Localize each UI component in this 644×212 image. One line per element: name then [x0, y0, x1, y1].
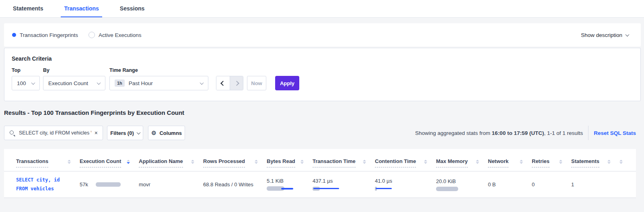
cell-network: 0 B — [488, 181, 532, 188]
filters-button[interactable]: Filters (0) — [107, 126, 143, 140]
top-label: Top — [12, 67, 40, 73]
show-description-toggle[interactable]: Show description — [581, 32, 629, 38]
results-controls: × Filters (0) ⚙ Columns Showing aggregat… — [4, 126, 636, 140]
sort-icon[interactable] — [300, 160, 304, 166]
chevron-down-icon — [136, 130, 140, 135]
search-criteria-title: Search Criteria — [12, 55, 633, 62]
chevron-left-icon — [220, 81, 226, 86]
cell-contention-time: 41.0 µs — [375, 178, 436, 191]
radio-label-active-executions: Active Executions — [99, 32, 142, 38]
sort-icon[interactable] — [619, 160, 623, 166]
radio-selected-icon — [12, 33, 16, 37]
apply-button[interactable]: Apply — [275, 76, 299, 90]
time-range-select[interactable]: 1h Past Hour — [109, 76, 208, 90]
contention-time-bar — [375, 186, 436, 191]
column-header-network[interactable]: Network — [488, 158, 532, 167]
column-header-application-name[interactable]: Application Name — [139, 158, 203, 167]
column-header-transaction-time[interactable]: Transaction Time — [313, 158, 375, 167]
time-range-value: Past Hour — [129, 80, 153, 86]
sort-icon[interactable] — [559, 160, 562, 166]
by-field: By Execution Count — [43, 67, 105, 90]
cell-bytes-read: 5.1 KiB — [267, 178, 313, 191]
sort-icon[interactable] — [68, 160, 71, 166]
radio-active-executions[interactable]: Active Executions — [88, 32, 142, 38]
cell-retries: 0 — [532, 181, 571, 188]
chevron-down-icon — [97, 81, 101, 85]
stats-range: 16:00 to 17:59 (UTC) — [492, 130, 544, 136]
column-header-bytes-read[interactable]: Bytes Read — [267, 158, 313, 167]
table-row[interactable]: SELECT city, id FROM vehicles 57k movr 6… — [4, 171, 636, 198]
chevron-right-icon — [234, 81, 239, 86]
column-header-statements[interactable]: Statements — [571, 158, 619, 167]
search-criteria-panel: Search Criteria Top 100 By Execution Cou… — [4, 48, 641, 101]
top-select[interactable]: 100 — [12, 76, 40, 90]
tab-statements[interactable]: Statements — [10, 5, 46, 17]
sort-icon[interactable] — [424, 160, 427, 166]
radio-unselected-icon — [88, 32, 95, 38]
show-description-label: Show description — [581, 32, 622, 38]
chevron-down-icon — [625, 33, 630, 37]
transaction-fingerprint-link[interactable]: SELECT city, id FROM vehicles — [16, 176, 80, 193]
radio-transaction-fingerprints[interactable]: Transaction Fingerprints — [12, 32, 78, 38]
column-header-truncated[interactable] — [619, 160, 636, 166]
time-range-field: Time Range 1h Past Hour — [109, 67, 208, 90]
gear-icon: ⚙ — [151, 130, 156, 136]
time-range-label: Time Range — [109, 67, 208, 73]
sort-icon[interactable] — [255, 160, 258, 166]
by-label: By — [43, 67, 105, 73]
chevron-down-icon — [200, 81, 204, 85]
column-header-rows-processed[interactable]: Rows Processed — [203, 158, 267, 167]
radio-label-transaction-fingerprints: Transaction Fingerprints — [20, 32, 78, 38]
sort-desc-icon[interactable] — [127, 160, 130, 166]
sort-icon[interactable] — [607, 160, 611, 166]
time-range-badge: 1h — [115, 80, 125, 87]
cell-application-name: movr — [139, 181, 203, 188]
cell-max-memory: 20.0 KiB — [436, 178, 488, 191]
stats-summary: Showing aggregated stats from 16:00 to 1… — [415, 130, 583, 136]
next-time-button[interactable] — [230, 76, 243, 90]
search-criteria-form: Top 100 By Execution Count Time Range 1h… — [12, 67, 633, 90]
column-header-transactions[interactable]: Transactions — [16, 158, 80, 167]
view-toggle-bar: Transaction Fingerprints Active Executio… — [4, 23, 641, 47]
transaction-time-bar — [313, 186, 375, 191]
by-select-value: Execution Count — [48, 80, 88, 86]
now-button[interactable]: Now — [247, 76, 266, 90]
stats-prefix: Showing aggregated stats from — [415, 130, 492, 136]
top-select-value: 100 — [17, 80, 26, 86]
clear-search-icon[interactable]: × — [94, 129, 99, 137]
cell-execution-count: 57k — [80, 181, 139, 188]
column-header-max-memory[interactable]: Max Memory — [436, 158, 488, 167]
sort-icon[interactable] — [191, 160, 194, 166]
search-input[interactable] — [19, 130, 91, 136]
chevron-down-icon — [31, 81, 35, 85]
sort-icon[interactable] — [363, 160, 366, 166]
search-icon — [9, 130, 15, 136]
max-memory-bar — [436, 187, 458, 191]
tab-transactions[interactable]: Transactions — [61, 5, 102, 17]
column-header-execution-count[interactable]: Execution Count — [80, 158, 139, 167]
cell-transactions: SELECT city, id FROM vehicles — [16, 176, 80, 193]
sort-icon[interactable] — [476, 160, 479, 166]
sort-icon[interactable] — [520, 160, 523, 166]
cell-statements: 1 — [571, 181, 619, 188]
fingerprint-search-box[interactable]: × — [4, 126, 103, 140]
time-nav-group — [216, 76, 243, 90]
divider — [588, 126, 588, 140]
by-select[interactable]: Execution Count — [43, 76, 105, 90]
filters-button-label: Filters (0) — [110, 130, 134, 136]
stats-suffix: , 1-1 of 1 results — [544, 130, 583, 136]
cell-rows-processed: 68.8 Reads / 0 Writes — [203, 181, 267, 188]
results-heading: Results - Top 100 Transaction Fingerprin… — [4, 109, 644, 116]
cell-transaction-time: 437.1 µs — [313, 178, 375, 191]
execution-count-bar — [96, 182, 121, 187]
columns-button[interactable]: ⚙ Columns — [148, 126, 185, 140]
bytes-read-bar — [267, 186, 313, 191]
reset-sql-stats-link[interactable]: Reset SQL Stats — [594, 130, 636, 136]
column-header-retries[interactable]: Retries — [532, 158, 571, 167]
tab-sessions[interactable]: Sessions — [117, 5, 148, 17]
previous-time-button[interactable] — [216, 76, 230, 90]
column-header-contention-time[interactable]: Contention Time — [375, 158, 436, 167]
page-tabs: Statements Transactions Sessions — [0, 0, 644, 18]
top-field: Top 100 — [12, 67, 40, 90]
transactions-table: Transactions Execution Count Application… — [4, 149, 636, 198]
